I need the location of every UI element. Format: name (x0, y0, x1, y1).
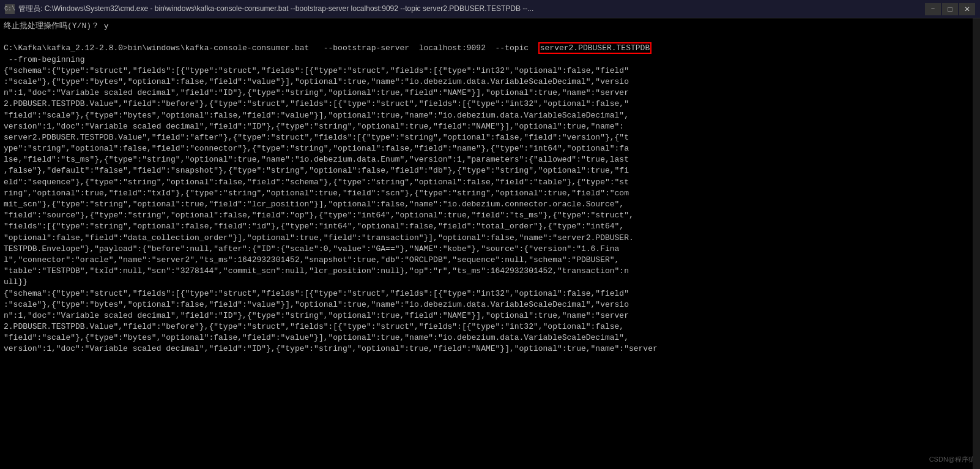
scrollbar[interactable] (973, 18, 980, 469)
console-line: 2.PDBUSER.TESTPDB.Value","field":"before… (4, 321, 976, 332)
console-command-line: C:\Kafka\kafka_2.12-2.8.0>bin\windows\ka… (4, 43, 976, 54)
console-line: l","connector":"oracle","name":"server2"… (4, 255, 976, 266)
console-line: eld":"sequence"},{"type":"string","optio… (4, 177, 976, 188)
console-line: ring","optional":true,"field":"txId"},{"… (4, 188, 976, 199)
console-line: TESTPDB.Envelope"},"payload":{"before":n… (4, 244, 976, 255)
console-line: :"scale"},{"type":"bytes","optional":fal… (4, 77, 976, 88)
console-line: n":1,"doc":"Variable scaled decimal","fi… (4, 310, 976, 321)
title-bar: C:\ 管理员: C:\Windows\System32\cmd.exe - b… (0, 0, 980, 18)
console-line: "fields":[{"type":"string","optional":fa… (4, 221, 976, 232)
minimize-button[interactable]: － (925, 3, 941, 15)
highlighted-topic: server2.PDBUSER.TESTPDB (538, 42, 651, 54)
console-line: ull}} (4, 277, 976, 288)
console-line: server2.PDBUSER.TESTPDB.Value","field":"… (4, 132, 976, 143)
console-line: {"schema":{"type":"struct","fields":[{"t… (4, 288, 976, 299)
console-line: "field":"scale"},{"type":"bytes","option… (4, 110, 976, 121)
window-icon: C:\ (5, 4, 15, 14)
console-line: --from-beginning (4, 54, 976, 66)
console-line: "optional":false,"field":"data_collectio… (4, 233, 976, 244)
console-line: ,false"},"default":"false","field":"snap… (4, 165, 976, 176)
console-area: 终止批处理操作吗(Y/N)？ y C:\Kafka\kafka_2.12-2.8… (0, 18, 980, 469)
cmd-window: C:\ 管理员: C:\Windows\System32\cmd.exe - b… (0, 0, 980, 469)
console-line: version":1,"doc":"Variable scaled decima… (4, 343, 976, 355)
console-line: {"schema":{"type":"struct","fields":[{"t… (4, 66, 976, 77)
console-line: lse,"field":"ts_ms"},{"type":"string","o… (4, 154, 976, 165)
title-bar-controls: － □ ✕ (925, 3, 975, 15)
console-line (4, 32, 976, 43)
console-line: version":1,"doc":"Variable scaled decima… (4, 121, 976, 132)
console-line: "field":"scale"},{"type":"bytes","option… (4, 332, 976, 343)
console-line: n":1,"doc":"Variable scaled decimal","fi… (4, 88, 976, 99)
console-line: mit_scn"},{"type":"string","optional":tr… (4, 199, 976, 210)
console-line: 终止批处理操作吗(Y/N)？ y (4, 21, 976, 32)
console-line: 2.PDBUSER.TESTPDB.Value","field":"before… (4, 99, 976, 110)
console-line: :"scale"},{"type":"bytes","optional":fal… (4, 299, 976, 310)
close-button[interactable]: ✕ (959, 3, 975, 15)
restore-button[interactable]: □ (942, 3, 958, 15)
console-line: "table":"TESTPDB","txId":null,"scn":"327… (4, 266, 976, 277)
console-line: "field":"source"},{"type":"string","opti… (4, 210, 976, 221)
watermark: CSDN@程序猿 (929, 455, 975, 464)
console-line: ype":"string","optional":false,"field":"… (4, 143, 976, 154)
title-bar-text: 管理员: C:\Windows\System32\cmd.exe - bin\w… (18, 4, 921, 14)
